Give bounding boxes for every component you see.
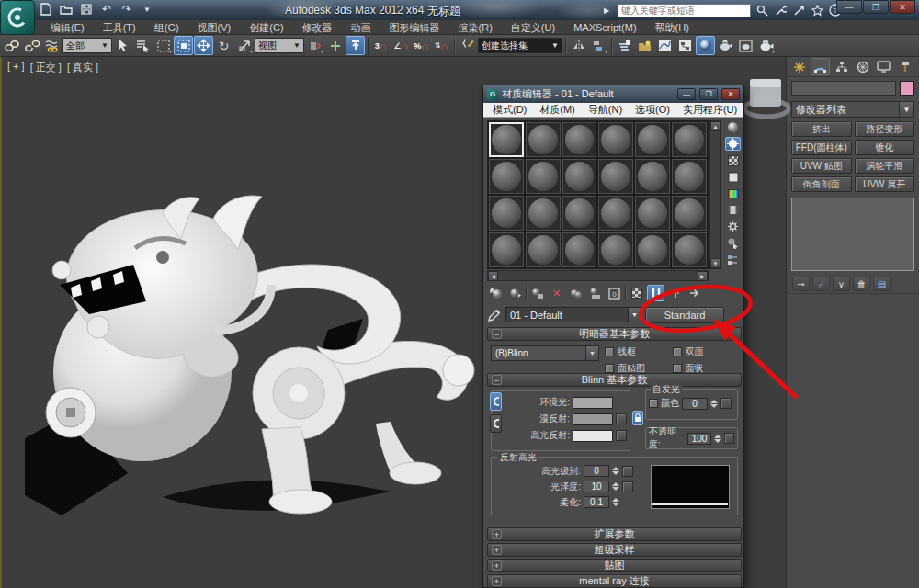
wire-checkbox[interactable]: 线框: [605, 345, 671, 358]
specular-level-spinner[interactable]: [612, 467, 619, 475]
viewport-shading-menu[interactable]: [ 真实 ]: [67, 61, 98, 74]
sample-slot[interactable]: [671, 158, 708, 195]
specular-level-field[interactable]: 0: [584, 465, 609, 477]
background-icon[interactable]: [725, 153, 741, 167]
angle-snap-icon[interactable]: ∠∩: [391, 36, 411, 55]
me-menu-navigation[interactable]: 导航(N): [583, 103, 628, 117]
modify-tab-icon[interactable]: [811, 58, 830, 75]
bind-to-spacewarp-icon[interactable]: [42, 36, 62, 55]
menu-item-views[interactable]: 视图(V): [189, 20, 240, 35]
material-editor-icon[interactable]: [696, 36, 715, 55]
opacity-map-button[interactable]: [724, 433, 734, 444]
sample-slot[interactable]: [597, 121, 634, 158]
opacity-spinner[interactable]: [714, 435, 721, 443]
sample-slot[interactable]: [597, 195, 634, 232]
menu-item-help[interactable]: 帮助(H): [647, 20, 698, 35]
menu-item-rendering[interactable]: 渲染(R): [450, 20, 501, 35]
menu-item-create[interactable]: 创建(C): [241, 20, 291, 35]
glossiness-spinner[interactable]: [612, 482, 619, 491]
sample-slots-vscrollbar[interactable]: ▲ ▼: [709, 120, 721, 269]
specular-level-map-button[interactable]: [622, 466, 633, 477]
select-and-link-icon[interactable]: [2, 36, 21, 55]
scroll-down-icon[interactable]: ▼: [710, 258, 720, 268]
material-options-icon[interactable]: [725, 220, 741, 233]
communication-center-icon[interactable]: [791, 3, 806, 17]
rollout-supersampling[interactable]: + 超级采样: [487, 543, 742, 557]
align-icon[interactable]: ▾: [589, 36, 608, 55]
self-illum-spinner[interactable]: [710, 400, 718, 408]
ambient-color-swatch[interactable]: [573, 397, 613, 409]
make-preview-icon[interactable]: [725, 203, 741, 217]
menu-item-edit[interactable]: 编辑(E): [42, 20, 93, 35]
sample-slot[interactable]: [562, 158, 598, 195]
remove-modifier-icon[interactable]: 🗑︎: [853, 277, 870, 291]
go-forward-to-sibling-icon[interactable]: [686, 285, 703, 301]
modifier-button-turbosmooth[interactable]: 涡轮平滑: [855, 158, 915, 174]
put-to-library-icon[interactable]: [586, 285, 604, 301]
me-menu-modes[interactable]: 模式(D): [487, 103, 532, 117]
menu-item-tools[interactable]: 工具(T): [95, 20, 144, 35]
new-file-icon[interactable]: [39, 2, 53, 17]
scroll-left-icon[interactable]: ◀: [488, 271, 498, 281]
rollout-shader-basic-params[interactable]: − 明暗器基本参数: [487, 327, 742, 341]
me-close-button[interactable]: ✕: [721, 88, 740, 100]
pick-material-eyedropper-icon[interactable]: [487, 308, 502, 322]
material-name-dropdown[interactable]: 01 - Default ▼: [505, 307, 641, 322]
rollout-maps[interactable]: + 贴图: [487, 559, 742, 572]
sample-slot[interactable]: [525, 195, 562, 232]
make-material-copy-icon[interactable]: [567, 285, 584, 301]
named-selection-sets-dropdown[interactable]: 创建选择集▼: [478, 38, 562, 53]
snaps-toggle-icon[interactable]: [346, 36, 365, 55]
modifier-button-bevel-profile[interactable]: 倒角剖面: [791, 176, 852, 192]
sample-slot[interactable]: [488, 232, 525, 268]
hierarchy-tab-icon[interactable]: [832, 58, 851, 75]
sample-slot[interactable]: [488, 195, 525, 232]
select-and-move-icon[interactable]: [194, 36, 213, 55]
backlight-icon[interactable]: [725, 137, 741, 151]
pixiu-statue-model[interactable]: [25, 181, 489, 526]
put-material-to-scene-icon[interactable]: [506, 285, 524, 301]
unlink-selection-icon[interactable]: [22, 36, 41, 55]
me-minimize-button[interactable]: —: [677, 88, 696, 100]
sample-slot[interactable]: [525, 232, 562, 268]
select-and-rotate-icon[interactable]: ↻: [214, 36, 233, 55]
sample-slot[interactable]: [597, 158, 634, 195]
scroll-right-icon[interactable]: ▶: [698, 271, 708, 281]
sample-slot[interactable]: [671, 121, 708, 158]
menu-item-animation[interactable]: 动画: [343, 20, 380, 35]
keyboard-shortcut-override-icon[interactable]: [458, 36, 477, 55]
sample-uv-tiling-icon[interactable]: [725, 170, 741, 184]
menu-item-modifiers[interactable]: 修改器: [294, 20, 341, 35]
opacity-value-field[interactable]: 100: [687, 433, 711, 445]
menu-item-group[interactable]: 组(G): [146, 20, 187, 35]
menu-item-graph-editors[interactable]: 图形编辑器: [381, 20, 448, 35]
viewport-general-menu[interactable]: [ + ]: [7, 61, 25, 74]
sample-slot[interactable]: [634, 195, 671, 232]
diffuse-color-swatch[interactable]: [573, 413, 613, 425]
scroll-up-icon[interactable]: ▲: [710, 121, 720, 131]
menu-item-maxscript[interactable]: MAXScript(M): [565, 20, 644, 35]
sample-slot[interactable]: [597, 232, 634, 268]
create-tab-icon[interactable]: [789, 58, 809, 75]
me-menu-material[interactable]: 材质(M): [534, 103, 581, 117]
sample-slot[interactable]: [525, 121, 562, 158]
ambient-diffuse-lock-icon[interactable]: [490, 392, 502, 411]
close-button[interactable]: ✕: [890, 0, 915, 14]
object-name-field[interactable]: [791, 81, 896, 96]
modifier-list-dropdown[interactable]: 修改器列表 ▼: [791, 101, 914, 118]
graphite-ribbon-icon[interactable]: [635, 36, 654, 55]
soften-field[interactable]: 0.1: [584, 496, 609, 508]
me-menu-options[interactable]: 选项(O): [630, 103, 675, 117]
sample-slot[interactable]: [525, 158, 562, 195]
glossiness-map-button[interactable]: [622, 481, 633, 492]
pin-stack-icon[interactable]: ⊸: [792, 277, 810, 291]
sample-slot[interactable]: [562, 232, 598, 268]
undo-icon[interactable]: ↶: [99, 2, 114, 17]
sample-slot[interactable]: [562, 195, 598, 232]
select-object-icon[interactable]: [113, 36, 132, 55]
spinner-snap-icon[interactable]: ⇅∩: [432, 36, 451, 55]
maximize-button[interactable]: ❐: [863, 0, 889, 14]
me-maximize-button[interactable]: ❐: [699, 88, 718, 100]
search-icon[interactable]: [754, 3, 769, 17]
save-file-icon[interactable]: [79, 2, 94, 17]
